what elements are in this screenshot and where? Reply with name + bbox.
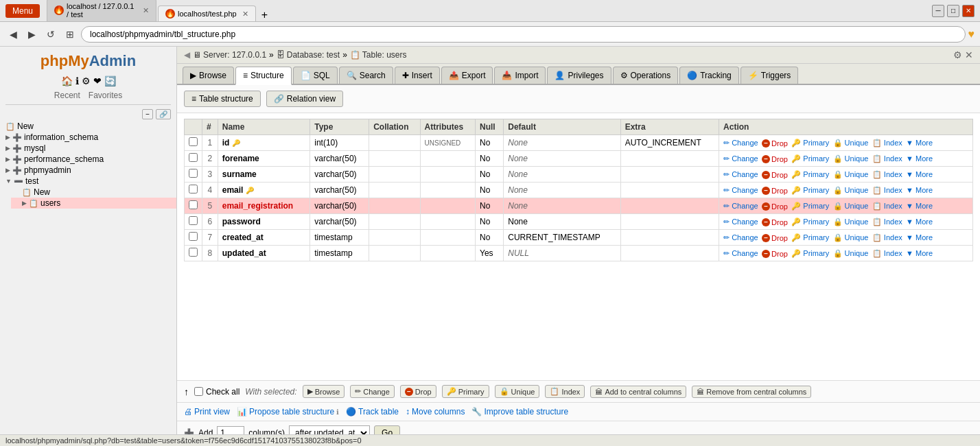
more-link[interactable]: ▼ More	[906, 154, 933, 163]
footer-unique-button[interactable]: 🔒 Unique	[495, 385, 540, 398]
forward-button[interactable]: ▶	[24, 27, 40, 41]
unique-link[interactable]: 🔒 Unique	[833, 139, 869, 148]
tab2-close[interactable]: ✕	[242, 10, 248, 19]
back-button[interactable]: ◀	[5, 27, 21, 41]
refresh-sidebar-icon[interactable]: 🔄	[104, 75, 116, 86]
footer-remove-central-button[interactable]: 🏛 Remove from central columns	[692, 386, 811, 398]
primary-link[interactable]: 🔑 Primary	[791, 202, 829, 211]
footer-index-button[interactable]: 📋 Index	[545, 385, 585, 398]
row-checkbox[interactable]	[185, 151, 202, 167]
drop-link[interactable]: − Drop	[762, 187, 788, 195]
more-link[interactable]: ▼ More	[906, 170, 933, 178]
more-link[interactable]: ▼ More	[906, 202, 933, 210]
primary-link[interactable]: 🔑 Primary	[791, 218, 829, 226]
browser-tab-2[interactable]: 🔥 localhost/test.php ✕	[158, 5, 256, 21]
more-link[interactable]: ▼ More	[906, 139, 933, 147]
table-structure-button[interactable]: ≡ Table structure	[184, 91, 261, 107]
tab-import[interactable]: 📥 Import	[494, 67, 546, 84]
row-checkbox[interactable]	[185, 198, 202, 214]
refresh-button[interactable]: ↺	[43, 27, 59, 41]
unique-link[interactable]: 🔒 Unique	[833, 218, 869, 226]
unique-link[interactable]: 🔒 Unique	[833, 249, 869, 258]
relation-view-button[interactable]: 🔗 Relation view	[266, 91, 343, 107]
track-table-link[interactable]: 🔵 Track table	[346, 407, 399, 416]
drop-link[interactable]: − Drop	[762, 155, 788, 163]
row-checkbox[interactable]	[185, 167, 202, 183]
change-link[interactable]: ✏ Change	[723, 170, 758, 179]
collapse-all-button[interactable]: −	[142, 109, 153, 119]
address-bar[interactable]	[81, 26, 966, 43]
tab-export[interactable]: 📤 Export	[441, 67, 493, 84]
new-tab-button[interactable]: +	[257, 9, 272, 21]
bc-close-button[interactable]: ✕	[965, 49, 973, 60]
home-icon[interactable]: 🏠	[61, 75, 73, 86]
drop-link[interactable]: − Drop	[762, 202, 788, 211]
index-link[interactable]: 📋 Index	[872, 202, 902, 211]
tab-operations[interactable]: ⚙ Operations	[613, 67, 679, 84]
drop-link[interactable]: − Drop	[762, 171, 788, 179]
primary-link[interactable]: 🔑 Primary	[791, 154, 829, 163]
move-columns-link[interactable]: ↕ Move columns	[406, 407, 465, 416]
bc-server[interactable]: 🖥 Server: 127.0.0.1	[193, 50, 266, 60]
footer-add-central-button[interactable]: 🏛 Add to central columns	[590, 386, 686, 398]
tab-triggers[interactable]: ⚡ Triggers	[740, 67, 799, 84]
favorites-link[interactable]: Favorites	[89, 91, 122, 100]
tab-browse[interactable]: ▶ Browse	[183, 67, 234, 84]
print-view-link[interactable]: 🖨 Print view	[184, 407, 230, 416]
sidebar-item-users[interactable]: ▶ 📋 users	[11, 198, 176, 209]
browser-tab-1[interactable]: 🔥 localhost / 127.0.0.1 / test ✕	[47, 0, 156, 21]
index-link[interactable]: 📋 Index	[872, 139, 902, 148]
row-checkbox[interactable]	[185, 135, 202, 151]
improve-structure-link[interactable]: 🔧 Improve table structure	[471, 407, 568, 416]
row-checkbox[interactable]	[185, 214, 202, 230]
change-link[interactable]: ✏ Change	[723, 202, 758, 211]
unique-link[interactable]: 🔒 Unique	[833, 233, 869, 242]
sidebar-item-mysql[interactable]: ▶ ➕ mysql	[0, 143, 176, 154]
sidebar-item-information-schema[interactable]: ▶ ➕ information_schema	[0, 132, 176, 143]
index-link[interactable]: 📋 Index	[872, 249, 902, 258]
bc-table[interactable]: 📋 Table: users	[350, 50, 407, 60]
row-checkbox[interactable]	[185, 246, 202, 261]
bc-settings-button[interactable]: ⚙	[953, 49, 962, 60]
unique-link[interactable]: 🔒 Unique	[833, 154, 869, 163]
row-checkbox[interactable]	[185, 183, 202, 198]
sidebar-item-performance-schema[interactable]: ▶ ➕ performance_schema	[0, 154, 176, 165]
primary-link[interactable]: 🔑 Primary	[791, 170, 829, 179]
sidebar-item-test[interactable]: ▼ ➖ test	[0, 176, 176, 187]
close-button[interactable]: ✕	[962, 5, 975, 17]
browser-menu-button[interactable]: Menu	[5, 4, 40, 18]
primary-link[interactable]: 🔑 Primary	[791, 139, 829, 148]
tab-privileges[interactable]: 👤 Privileges	[547, 67, 611, 84]
recent-link[interactable]: Recent	[54, 91, 80, 100]
change-link[interactable]: ✏ Change	[723, 218, 758, 226]
sidebar-item-new-table[interactable]: 📋 New	[11, 187, 176, 198]
info-icon[interactable]: ℹ	[75, 75, 79, 86]
more-link[interactable]: ▼ More	[906, 249, 933, 257]
sidebar-item-new[interactable]: 📋 New	[0, 121, 176, 132]
change-link[interactable]: ✏ Change	[723, 233, 758, 242]
index-link[interactable]: 📋 Index	[872, 154, 902, 163]
more-link[interactable]: ▼ More	[906, 218, 933, 226]
drop-link[interactable]: − Drop	[762, 234, 788, 242]
tab-structure[interactable]: ≡ Structure	[235, 67, 292, 85]
bookmark-button[interactable]: ♥	[968, 28, 975, 40]
tab-sql[interactable]: 📄 SQL	[293, 67, 338, 84]
index-link[interactable]: 📋 Index	[872, 186, 902, 195]
drop-link[interactable]: − Drop	[762, 139, 788, 148]
sidebar-item-phpmyadmin[interactable]: ▶ ➕ phpmyadmin	[0, 165, 176, 176]
settings-icon[interactable]: ⚙	[82, 75, 91, 86]
primary-link[interactable]: 🔑 Primary	[791, 233, 829, 242]
minimize-button[interactable]: ─	[932, 5, 944, 17]
heartbeat-icon[interactable]: ❤	[93, 75, 102, 86]
check-all-checkbox[interactable]	[194, 387, 203, 396]
index-link[interactable]: 📋 Index	[872, 218, 902, 226]
primary-link[interactable]: 🔑 Primary	[791, 249, 829, 258]
index-link[interactable]: 📋 Index	[872, 233, 902, 242]
drop-link[interactable]: − Drop	[762, 218, 788, 226]
footer-browse-button[interactable]: ▶ Browse	[303, 385, 345, 398]
tab-search[interactable]: 🔍 Search	[339, 67, 393, 84]
change-link[interactable]: ✏ Change	[723, 249, 758, 258]
tab1-close[interactable]: ✕	[143, 6, 149, 15]
up-arrow[interactable]: ↑	[184, 386, 189, 397]
footer-drop-button[interactable]: − Drop	[400, 385, 436, 398]
